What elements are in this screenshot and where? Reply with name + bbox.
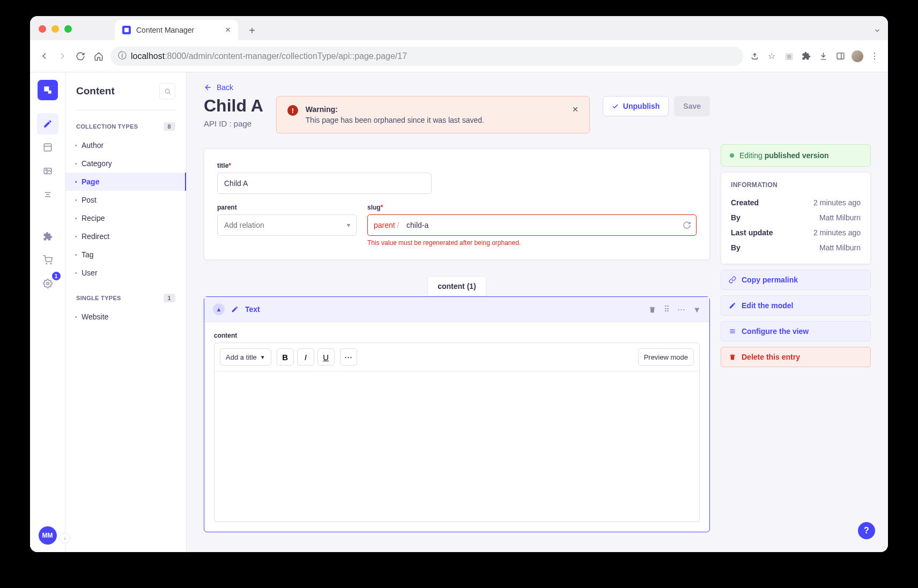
sidebar-item-page[interactable]: Page bbox=[65, 173, 186, 191]
help-button[interactable]: ? bbox=[858, 522, 875, 539]
expand-rail-icon[interactable]: › bbox=[60, 533, 70, 544]
collection-types-label: COLLECTION TYPES bbox=[76, 123, 138, 130]
slug-regenerate-icon[interactable] bbox=[683, 221, 691, 229]
status-dot-icon bbox=[730, 153, 734, 158]
drag-handle-icon[interactable]: ⠿ bbox=[664, 304, 670, 314]
new-tab-button[interactable]: + bbox=[245, 23, 260, 38]
home-icon[interactable] bbox=[92, 50, 105, 63]
profile-avatar[interactable] bbox=[852, 50, 863, 62]
move-down-icon[interactable]: ▼ bbox=[693, 305, 701, 314]
parent-select[interactable] bbox=[217, 214, 357, 236]
sidepanel-icon[interactable] bbox=[834, 50, 846, 62]
edit-model-button[interactable]: Edit the model bbox=[721, 295, 871, 316]
sidebar-item-user[interactable]: User bbox=[65, 264, 186, 282]
single-count: 1 bbox=[164, 294, 175, 302]
share-icon[interactable] bbox=[749, 50, 760, 62]
svg-point-7 bbox=[46, 169, 47, 171]
title-label: title* bbox=[217, 162, 697, 169]
tab-title: Content Manager bbox=[136, 26, 220, 34]
browser-chrome: Content Manager × + ⓘ localhost:8000/adm… bbox=[30, 16, 888, 72]
delete-entry-button[interactable]: Delete this entry bbox=[721, 347, 871, 367]
forward-icon bbox=[56, 50, 69, 63]
shield-icon[interactable]: ▣ bbox=[783, 50, 795, 62]
bold-icon[interactable]: B bbox=[277, 348, 294, 366]
layout-icon bbox=[729, 328, 736, 335]
extensions-icon[interactable] bbox=[800, 50, 812, 62]
sidebar-item-recipe[interactable]: Recipe bbox=[65, 209, 186, 227]
collection-types-list: Author Category Page Post Recipe Redirec… bbox=[65, 134, 186, 284]
trash-icon bbox=[729, 353, 736, 361]
single-types-list: Website bbox=[65, 306, 186, 328]
save-button[interactable]: Save bbox=[674, 96, 710, 116]
svg-rect-3 bbox=[48, 91, 51, 94]
dynzone-tab[interactable]: content (1) bbox=[427, 276, 486, 296]
title-input[interactable] bbox=[217, 173, 432, 194]
tabs-dropdown-icon[interactable] bbox=[871, 24, 884, 37]
editor-textarea[interactable] bbox=[214, 371, 699, 522]
collapse-icon[interactable]: ▲ bbox=[213, 303, 225, 315]
reload-icon[interactable] bbox=[74, 50, 87, 63]
warning-alert: ! Warning: This page has been orphaned s… bbox=[276, 96, 590, 133]
nav-settings-icon[interactable]: 1 bbox=[37, 273, 58, 294]
content-sidebar: Content COLLECTION TYPES8 Author Categor… bbox=[65, 72, 187, 552]
close-window-icon[interactable] bbox=[39, 25, 46, 33]
nav-media-icon[interactable] bbox=[37, 160, 58, 182]
sidebar-item-category[interactable]: Category bbox=[65, 154, 186, 173]
edit-component-icon[interactable] bbox=[231, 306, 239, 313]
nav-rail: 1 MM › bbox=[30, 72, 65, 552]
svg-point-11 bbox=[46, 263, 47, 264]
preview-mode-button[interactable]: Preview mode bbox=[638, 348, 694, 366]
window-controls bbox=[39, 25, 72, 40]
page-title: Child A bbox=[204, 96, 263, 116]
settings-badge: 1 bbox=[52, 272, 61, 280]
address-bar[interactable]: ⓘ localhost:8000/admin/content-manager/c… bbox=[110, 47, 743, 66]
nav-marketplace-icon[interactable] bbox=[37, 249, 58, 271]
kebab-menu-icon[interactable]: ⋮ bbox=[869, 50, 880, 62]
nav-builder-icon[interactable] bbox=[37, 137, 58, 158]
single-types-label: SINGLE TYPES bbox=[76, 295, 121, 301]
alert-close-icon[interactable]: ✕ bbox=[572, 105, 579, 114]
italic-icon[interactable]: I bbox=[297, 348, 314, 366]
sidebar-item-website[interactable]: Website bbox=[65, 308, 186, 326]
rich-text-editor: Add a title▼ B I U ⋯ Preview mode bbox=[214, 343, 700, 522]
back-icon[interactable] bbox=[38, 50, 50, 63]
configure-view-button[interactable]: Configure the view bbox=[721, 321, 871, 341]
user-avatar[interactable]: MM bbox=[39, 526, 57, 545]
information-heading: INFORMATION bbox=[731, 181, 861, 189]
sidebar-item-redirect[interactable]: Redirect bbox=[65, 227, 186, 245]
sidebar-item-post[interactable]: Post bbox=[65, 191, 186, 209]
more-icon[interactable]: ⋯ bbox=[677, 304, 685, 314]
trash-icon[interactable] bbox=[648, 306, 656, 314]
more-format-icon[interactable]: ⋯ bbox=[340, 348, 357, 366]
minimize-window-icon[interactable] bbox=[51, 25, 59, 33]
site-info-icon[interactable]: ⓘ bbox=[118, 50, 127, 62]
slug-input[interactable] bbox=[367, 214, 697, 236]
svg-rect-4 bbox=[44, 144, 51, 151]
underline-icon[interactable]: U bbox=[317, 348, 335, 366]
pencil-icon bbox=[729, 302, 736, 309]
nav-content-icon[interactable] bbox=[37, 113, 58, 135]
svg-point-13 bbox=[46, 282, 49, 285]
alert-text: This page has been orphaned since it was… bbox=[306, 116, 565, 124]
sidebar-item-tag[interactable]: Tag bbox=[65, 245, 186, 264]
app-logo-icon[interactable] bbox=[38, 80, 58, 100]
nav-list-icon[interactable] bbox=[37, 184, 58, 205]
download-icon[interactable] bbox=[817, 50, 829, 62]
browser-tab[interactable]: Content Manager × bbox=[115, 20, 238, 40]
unpublish-button[interactable]: Unpublish bbox=[603, 96, 669, 116]
copy-permalink-button[interactable]: Copy permalink bbox=[721, 270, 871, 290]
svg-point-12 bbox=[50, 263, 51, 264]
sidebar-search-button[interactable] bbox=[159, 83, 175, 99]
tab-favicon-icon bbox=[122, 26, 131, 34]
parent-label: parent bbox=[217, 204, 357, 211]
bookmark-icon[interactable]: ☆ bbox=[766, 50, 778, 62]
sidebar-title: Content bbox=[76, 85, 115, 97]
back-link[interactable]: Back bbox=[204, 83, 710, 92]
slug-label: slug* bbox=[367, 204, 697, 211]
maximize-window-icon[interactable] bbox=[64, 25, 72, 33]
svg-rect-0 bbox=[837, 53, 844, 59]
nav-plugins-icon[interactable] bbox=[37, 226, 58, 247]
sidebar-item-author[interactable]: Author bbox=[65, 136, 186, 154]
close-tab-icon[interactable]: × bbox=[225, 25, 231, 35]
heading-dropdown[interactable]: Add a title▼ bbox=[220, 348, 271, 366]
